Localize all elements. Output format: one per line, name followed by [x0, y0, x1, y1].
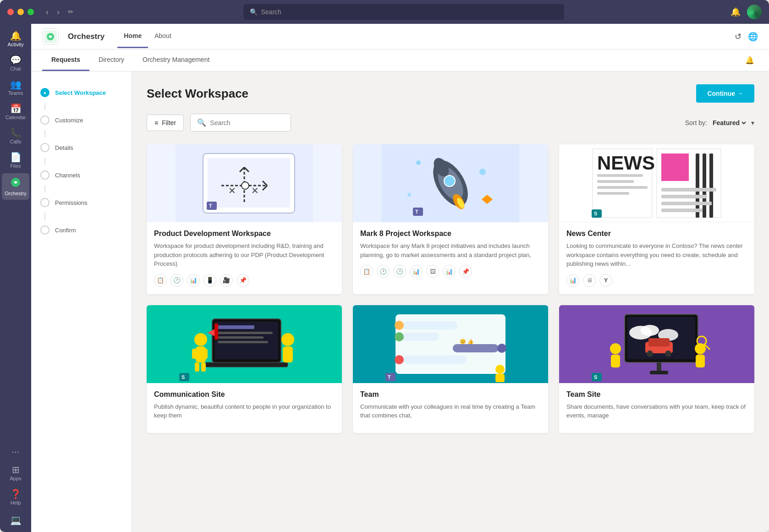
- svg-text:✕: ✕: [228, 186, 236, 196]
- svg-point-81: [495, 365, 505, 374]
- maximize-dot[interactable]: [27, 9, 34, 15]
- workspace-card-communication-site[interactable]: S Communication Site Publish dynamic, be…: [147, 305, 342, 433]
- workspace-card-mark8[interactable]: T Mark 8 Project Workspace Workspace for…: [353, 144, 548, 294]
- card-icon: 📊: [410, 265, 423, 278]
- global-search-bar[interactable]: 🔍: [243, 4, 564, 20]
- sort-select[interactable]: Featured: [711, 119, 747, 127]
- svg-rect-5: [208, 158, 290, 208]
- wizard-step-customize[interactable]: Customize: [31, 110, 132, 130]
- card-image-comm-site: S: [147, 305, 342, 383]
- bottom-device-icon[interactable]: 💻: [10, 515, 22, 526]
- svg-rect-39: [696, 154, 699, 218]
- svg-text:T: T: [388, 374, 391, 380]
- page-header: Select Workspace Continue →: [147, 84, 754, 103]
- more-options-button[interactable]: ···: [8, 443, 23, 461]
- wizard-step-permissions[interactable]: Permissions: [31, 192, 132, 213]
- avatar[interactable]: [747, 5, 762, 19]
- svg-rect-40: [703, 154, 706, 218]
- workspace-card-product-dev[interactable]: ✕ ✕ T Product Development Workspace: [147, 144, 342, 294]
- bell-icon-tab[interactable]: 🔔: [742, 52, 758, 68]
- svg-rect-94: [650, 371, 668, 374]
- svg-point-92: [665, 351, 671, 357]
- close-dot[interactable]: [7, 9, 14, 15]
- svg-rect-71: [402, 333, 439, 341]
- svg-rect-98: [611, 355, 620, 367]
- card-title-product-dev: Product Development Workspace: [154, 230, 335, 238]
- step-indicator-3: [40, 143, 49, 152]
- wizard-step-select-workspace[interactable]: ● Select Workspace: [31, 82, 132, 103]
- step-indicator-1: ●: [40, 88, 49, 97]
- filter-row: ≡ Filter 🔍 Sort by: Featured ▾: [147, 114, 754, 132]
- globe-icon[interactable]: 🌐: [748, 32, 758, 42]
- sidebar-item-orchestry[interactable]: Orchestry: [2, 173, 29, 200]
- sidebar-item-files[interactable]: 📄 Files: [2, 149, 29, 172]
- card-icons-mark8: 📋 🕐 🕑 📊 🖼 📊 📌: [360, 265, 541, 278]
- tab-requests[interactable]: Requests: [42, 49, 89, 71]
- nav-home[interactable]: Home: [117, 25, 148, 48]
- card-title-team-site: Team Site: [566, 390, 747, 399]
- sidebar-item-label: Calendar: [5, 115, 26, 120]
- sidebar-item-label: Apps: [10, 476, 21, 481]
- svg-point-91: [647, 351, 653, 357]
- back-button[interactable]: ‹: [43, 6, 51, 18]
- search-icon: 🔍: [250, 8, 258, 16]
- step-label-1: Select Workspace: [55, 89, 106, 96]
- notifications-icon[interactable]: 🔔: [731, 7, 741, 17]
- card-icon: 🕑: [393, 265, 406, 278]
- workspace-search-input[interactable]: [210, 119, 283, 126]
- card-image-team-site: S: [559, 305, 754, 383]
- svg-rect-82: [495, 374, 505, 382]
- sidebar-item-calendar[interactable]: 📅 Calendar: [2, 100, 29, 124]
- wizard-step-confirm[interactable]: Confirm: [31, 220, 132, 240]
- svg-rect-90: [648, 338, 670, 346]
- svg-rect-36: [597, 186, 648, 189]
- compose-button[interactable]: ✏: [65, 6, 77, 18]
- svg-rect-93: [657, 362, 661, 371]
- refresh-icon[interactable]: ↺: [735, 32, 742, 42]
- minimize-dot[interactable]: [17, 9, 24, 15]
- main-content: ● Select Workspace Customize Details: [31, 71, 769, 532]
- sidebar-item-help[interactable]: ❓ Help: [2, 486, 29, 509]
- workspace-card-team-site[interactable]: S: [559, 305, 754, 433]
- nav-about[interactable]: About: [148, 25, 178, 48]
- svg-rect-52: [218, 332, 273, 334]
- card-icons-news-center: 📊 🖥 Y: [566, 274, 747, 287]
- card-icon: 📋: [154, 274, 167, 287]
- card-image-team: 😊 👍 T: [353, 305, 548, 383]
- tab-orchestry-management[interactable]: Orchestry Management: [133, 49, 219, 71]
- sidebar-item-activity[interactable]: 🔔 Activity: [2, 27, 29, 51]
- step-indicator-2: [40, 115, 49, 125]
- card-desc-team: Communicate with your colleagues in real…: [360, 402, 541, 420]
- wizard-step-channels[interactable]: Channels: [31, 165, 132, 185]
- card-icon: 📊: [187, 274, 200, 287]
- filter-button[interactable]: ≡ Filter: [147, 115, 184, 131]
- continue-button[interactable]: Continue →: [696, 84, 754, 103]
- wizard-step-details[interactable]: Details: [31, 137, 132, 158]
- card-icon: 📱: [203, 274, 216, 287]
- card-title-mark8: Mark 8 Project Workspace: [360, 230, 541, 238]
- workspace-search[interactable]: 🔍: [190, 114, 291, 132]
- workspace-card-team[interactable]: 😊 👍 T Team: [353, 305, 548, 433]
- teams-sidebar: 🔔 Activity 💬 Chat 👥 Teams 📅 Calendar 📞 C…: [0, 24, 31, 532]
- sidebar-item-apps[interactable]: ⊞ Apps: [2, 461, 29, 485]
- forward-button[interactable]: ›: [54, 6, 62, 18]
- app-nav: Home About: [117, 25, 178, 48]
- sidebar-item-teams[interactable]: 👥 Teams: [2, 76, 29, 99]
- sidebar-item-calls[interactable]: 📞 Calls: [2, 125, 29, 148]
- filter-label: Filter: [162, 119, 176, 126]
- svg-rect-54: [218, 341, 268, 343]
- svg-rect-44: [661, 202, 712, 205]
- step-label-3: Details: [55, 144, 73, 151]
- card-icon: 🖥: [583, 274, 596, 287]
- svg-rect-55: [205, 362, 288, 367]
- svg-text:S: S: [594, 211, 597, 216]
- card-desc-mark8: Workspace for any Mark 8 project initiat…: [360, 241, 541, 259]
- global-search-input[interactable]: [261, 8, 558, 16]
- sidebar-item-chat[interactable]: 💬 Chat: [2, 52, 29, 75]
- svg-point-76: [497, 344, 506, 353]
- page-area: Select Workspace Continue → ≡ Filter 🔍: [132, 71, 769, 532]
- workspace-card-news-center[interactable]: NEWS: [559, 144, 754, 294]
- svg-text:T: T: [209, 203, 212, 208]
- app-logo: [42, 28, 59, 45]
- tab-directory[interactable]: Directory: [89, 49, 133, 71]
